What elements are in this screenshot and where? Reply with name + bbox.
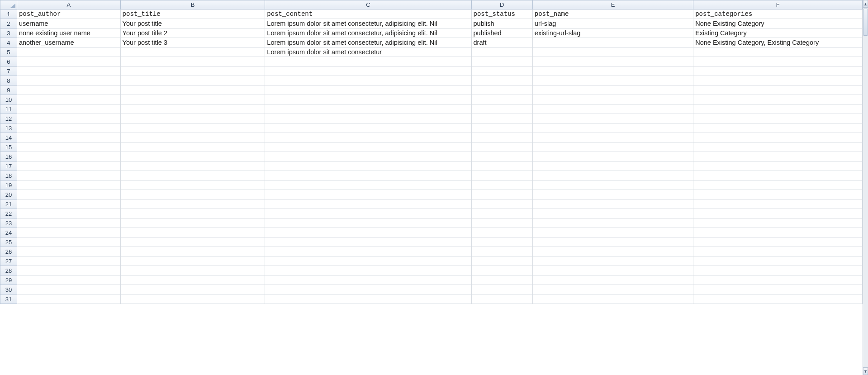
cell[interactable] [471, 266, 532, 275]
row-header[interactable]: 30 [0, 285, 17, 294]
cell[interactable] [532, 266, 693, 275]
row-header[interactable]: 23 [0, 218, 17, 228]
cell[interactable] [120, 266, 265, 275]
cell[interactable] [471, 76, 532, 85]
cell[interactable] [471, 66, 532, 76]
row-header[interactable]: 4 [0, 38, 17, 47]
cell[interactable] [471, 247, 532, 256]
cell[interactable] [471, 171, 532, 180]
cell[interactable] [693, 237, 863, 247]
cell[interactable] [17, 66, 120, 76]
cell[interactable] [532, 237, 693, 247]
cell[interactable] [532, 228, 693, 237]
cell[interactable] [532, 199, 693, 209]
cell[interactable]: post_categories [693, 9, 863, 19]
cell[interactable] [120, 237, 265, 247]
row-header[interactable]: 17 [0, 161, 17, 171]
cell[interactable] [471, 256, 532, 266]
row-header[interactable]: 10 [0, 95, 17, 104]
cell[interactable]: published [471, 28, 532, 38]
cell[interactable]: Lorem ipsum dolor sit amet consectetur [265, 47, 471, 57]
cell[interactable]: post_content [265, 9, 471, 19]
cell[interactable] [532, 294, 693, 304]
cell[interactable] [532, 133, 693, 142]
cell[interactable] [693, 199, 863, 209]
cell[interactable] [120, 256, 265, 266]
cell[interactable] [532, 152, 693, 161]
cell[interactable] [120, 161, 265, 171]
cell[interactable] [471, 294, 532, 304]
cell[interactable] [120, 199, 265, 209]
cell[interactable] [265, 237, 471, 247]
cell[interactable] [471, 85, 532, 95]
cell[interactable] [120, 247, 265, 256]
cell[interactable] [265, 285, 471, 294]
row-header[interactable]: 24 [0, 228, 17, 237]
cell[interactable] [120, 95, 265, 104]
cell[interactable] [265, 161, 471, 171]
cell[interactable] [471, 285, 532, 294]
cell[interactable] [693, 66, 863, 76]
cell[interactable] [17, 161, 120, 171]
row-header[interactable]: 31 [0, 294, 17, 304]
cell[interactable] [693, 133, 863, 142]
column-header-B[interactable]: B [120, 0, 265, 9]
cell[interactable] [17, 85, 120, 95]
cell[interactable] [471, 142, 532, 152]
cell[interactable] [265, 57, 471, 66]
cell[interactable]: none existing user name [17, 28, 120, 38]
cell[interactable] [17, 95, 120, 104]
cell[interactable]: post_name [532, 9, 693, 19]
cell[interactable] [120, 85, 265, 95]
cell[interactable] [532, 190, 693, 199]
cell[interactable]: username [17, 19, 120, 28]
cell[interactable] [265, 256, 471, 266]
cell[interactable] [693, 294, 863, 304]
cell[interactable]: url-slag [532, 19, 693, 28]
row-header[interactable]: 27 [0, 256, 17, 266]
cell[interactable] [120, 104, 265, 114]
cell[interactable] [532, 76, 693, 85]
row-header[interactable]: 26 [0, 247, 17, 256]
row-header[interactable]: 9 [0, 85, 17, 95]
cell[interactable] [693, 285, 863, 294]
row-header[interactable]: 29 [0, 275, 17, 285]
cell[interactable] [120, 57, 265, 66]
cell[interactable] [693, 171, 863, 180]
cell[interactable] [693, 180, 863, 190]
cell[interactable] [17, 285, 120, 294]
cell[interactable]: publish [471, 19, 532, 28]
cell[interactable] [120, 171, 265, 180]
select-all-corner[interactable] [0, 0, 17, 9]
cell[interactable] [265, 275, 471, 285]
cell[interactable] [120, 285, 265, 294]
cell[interactable] [471, 190, 532, 199]
cell[interactable] [265, 114, 471, 123]
cell[interactable] [693, 275, 863, 285]
cell[interactable] [17, 57, 120, 66]
row-header[interactable]: 22 [0, 209, 17, 218]
cell[interactable] [17, 171, 120, 180]
cell[interactable] [693, 152, 863, 161]
cell[interactable] [17, 266, 120, 275]
cell[interactable]: None Existing Category, Existing Categor… [693, 38, 863, 47]
cell[interactable] [532, 171, 693, 180]
cell[interactable] [471, 218, 532, 228]
cell[interactable] [532, 123, 693, 133]
scroll-up-button[interactable]: ▲ [863, 0, 868, 8]
cell[interactable] [17, 199, 120, 209]
cell[interactable] [120, 66, 265, 76]
cell[interactable] [471, 152, 532, 161]
cell[interactable] [471, 161, 532, 171]
cell[interactable] [265, 104, 471, 114]
cell[interactable] [17, 76, 120, 85]
cell[interactable] [471, 104, 532, 114]
column-header-C[interactable]: C [265, 0, 471, 9]
cell[interactable] [17, 142, 120, 152]
cell[interactable] [532, 209, 693, 218]
cell[interactable] [120, 133, 265, 142]
cell[interactable] [693, 47, 863, 57]
cell[interactable] [532, 218, 693, 228]
cell[interactable]: Lorem ipsum dolor sit amet consectetur, … [265, 38, 471, 47]
cell[interactable]: post_status [471, 9, 532, 19]
